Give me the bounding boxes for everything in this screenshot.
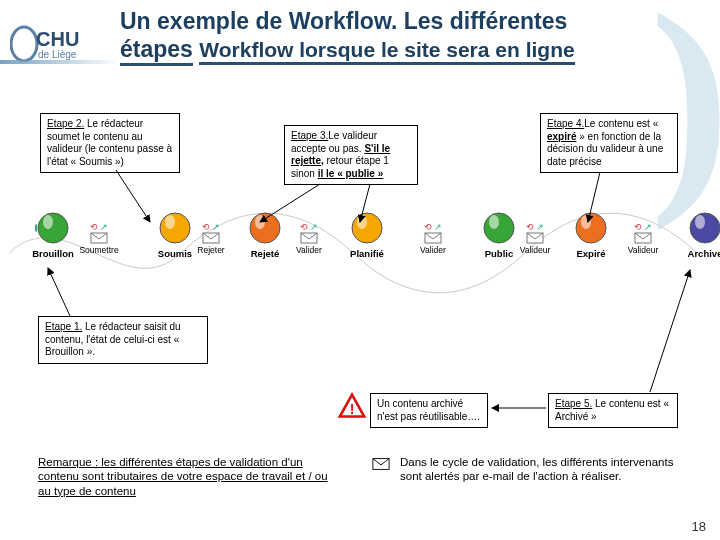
- etape4-lead: Etape 4.: [547, 118, 584, 129]
- logo-sub: de Liège: [38, 49, 77, 60]
- callout-etape1: Etape 1. Le rédacteur saisit du contenu,…: [38, 316, 208, 364]
- transition-soumettre: ⟲ ↗Soumettre: [73, 222, 125, 255]
- svg-text:!: !: [350, 401, 355, 417]
- transition-valider: ⟲ ↗Valider: [407, 222, 459, 255]
- header: CHU de Liège Un exemple de Workflow. Les…: [0, 8, 720, 66]
- title-line2b: Workflow lorsque le site sera en ligne: [199, 37, 574, 65]
- state-planifie: Planifié: [325, 210, 409, 259]
- page-number: 18: [692, 519, 706, 534]
- title-line1: Un exemple de Workflow. Les différentes: [120, 8, 567, 34]
- transition-label: Rejeter: [185, 245, 237, 255]
- redo-icon: ⟲: [90, 222, 98, 232]
- callout-etape2: Etape 2. Le rédacteur soumet le contenu …: [40, 113, 180, 173]
- header-fade: [0, 60, 120, 64]
- go-icon: ↗: [100, 222, 108, 232]
- callout-etape5: Etape 5. Le contenu est « Archivé »: [548, 393, 678, 428]
- state-icon: [687, 210, 720, 246]
- svg-point-15: [576, 213, 606, 243]
- callout-warning: Un contenu archivé n'est pas réutilisabl…: [370, 393, 488, 428]
- svg-marker-6: [35, 224, 37, 232]
- etape3-lead: Etape 3.: [291, 130, 328, 141]
- callout-etape4: Etape 4.Le contenu est « expiré » en fon…: [540, 113, 678, 173]
- state-icon: [35, 210, 71, 246]
- state-icon: [247, 210, 283, 246]
- svg-point-4: [38, 213, 68, 243]
- transition-valider: ⟲ ↗Valider: [283, 222, 335, 255]
- go-icon: ↗: [434, 222, 442, 232]
- transition-label: Valider: [407, 245, 459, 255]
- warning-icon: !: [338, 392, 366, 420]
- logo-main: CHU: [36, 28, 79, 50]
- go-icon: ↗: [644, 222, 652, 232]
- svg-point-5: [43, 215, 53, 229]
- svg-point-10: [255, 215, 265, 229]
- go-icon: ↗: [310, 222, 318, 232]
- etape2-lead: Etape 2.: [47, 118, 84, 129]
- etape4-bold: expiré: [547, 131, 576, 142]
- state-icon: [573, 210, 609, 246]
- svg-point-18: [695, 215, 705, 229]
- transition-valideur: ⟲ ↗Valideur: [509, 222, 561, 255]
- mail-icon: [90, 232, 108, 244]
- remark-right: Dans le cycle de validation, les différe…: [400, 455, 690, 484]
- transition-label: Valideur: [617, 245, 669, 255]
- go-icon: ↗: [212, 222, 220, 232]
- remark-left: Remarque : les différentes étapes de val…: [38, 455, 338, 498]
- redo-icon: ⟲: [424, 222, 432, 232]
- mail-icon: [300, 232, 318, 244]
- title-line2a: étapes: [120, 36, 193, 67]
- transition-rejeter: ⟲ ↗Rejeter: [185, 222, 237, 255]
- mail-icon: [424, 232, 442, 244]
- etape4-text1: Le contenu est «: [584, 118, 658, 129]
- transition-label: Valider: [283, 245, 335, 255]
- svg-point-9: [250, 213, 280, 243]
- state-label: Planifié: [325, 248, 409, 259]
- redo-icon: ⟲: [300, 222, 308, 232]
- transition-label: Soumettre: [73, 245, 125, 255]
- workflow-diagram: BrouillonSoumisRejetéPlanifiéPublicExpir…: [5, 210, 715, 306]
- redo-icon: ⟲: [526, 222, 534, 232]
- state-archive: Archive: [663, 210, 720, 259]
- transition-label: Valideur: [509, 245, 561, 255]
- etape1-lead: Etape 1.: [45, 321, 82, 332]
- mail-icon: [372, 457, 390, 471]
- svg-point-11: [352, 213, 382, 243]
- callout-etape3: Etape 3.Le valideur accepte ou pas. S'il…: [284, 125, 418, 185]
- etape5-lead: Etape 5.: [555, 398, 592, 409]
- mail-icon: [634, 232, 652, 244]
- state-label: Archive: [663, 248, 720, 259]
- mail-icon: [202, 232, 220, 244]
- svg-point-16: [581, 215, 591, 229]
- svg-point-8: [165, 215, 175, 229]
- redo-icon: ⟲: [202, 222, 210, 232]
- state-icon: [349, 210, 385, 246]
- transition-valideur: ⟲ ↗Valideur: [617, 222, 669, 255]
- svg-point-12: [357, 215, 367, 229]
- go-icon: ↗: [536, 222, 544, 232]
- svg-point-14: [489, 215, 499, 229]
- warn-text: Un contenu archivé n'est pas réutilisabl…: [377, 398, 480, 422]
- mail-icon: [526, 232, 544, 244]
- svg-point-0: [11, 27, 37, 61]
- etape3-bold2: il le « publie »: [318, 168, 384, 179]
- svg-point-17: [690, 213, 720, 243]
- redo-icon: ⟲: [634, 222, 642, 232]
